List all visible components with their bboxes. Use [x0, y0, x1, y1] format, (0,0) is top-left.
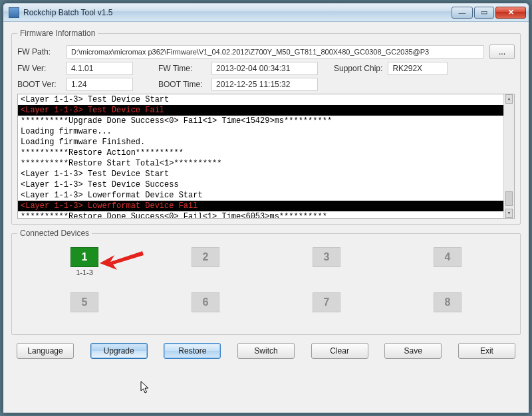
device-label: 1-1-3 [76, 268, 93, 276]
log-line: Loading firmware Finished. [18, 137, 514, 148]
log-scrollbar[interactable]: ▴ ▾ [503, 94, 514, 218]
device-slot[interactable]: 6 [152, 292, 259, 335]
exit-button[interactable]: Exit [458, 343, 515, 359]
clear-button[interactable]: Clear [311, 343, 368, 359]
device-slot[interactable]: 7 [273, 292, 380, 335]
switch-button[interactable]: Switch [237, 343, 295, 359]
save-button[interactable]: Save [384, 343, 442, 359]
scroll-up-icon[interactable]: ▴ [505, 94, 513, 104]
firmware-info-group: Firmware Information FW Path: D:\microma… [11, 29, 521, 225]
log-line: **********Restore Done Success<0> Fail<1… [18, 211, 514, 219]
device-box[interactable]: 7 [313, 292, 340, 312]
support-chip-label: Support Chip: [334, 64, 382, 73]
device-slot[interactable]: 8 [394, 292, 501, 335]
log-line: **********Restore Start Total<1>********… [18, 158, 514, 169]
fw-path-label: FW Path: [17, 47, 61, 56]
window-title: Rockchip Batch Tool v1.5 [23, 8, 113, 17]
device-slot[interactable]: 4 [394, 247, 501, 290]
titlebar[interactable]: Rockchip Batch Tool v1.5 — ▭ ✕ [3, 3, 529, 22]
fw-time-label: FW Time: [158, 64, 206, 73]
fw-path-field[interactable]: D:\micromax\micromax p362\Firmware\V1_04… [66, 45, 484, 58]
log-panel[interactable]: <Layer 1-1-3> Test Device Start<Layer 1-… [17, 94, 515, 219]
browse-label: ... [499, 47, 505, 56]
log-line: <Layer 1-1-3> Lowerformat Device Start [18, 190, 514, 201]
log-line: <Layer 1-1-3> Test Device Start [18, 94, 514, 105]
device-box[interactable]: 3 [313, 247, 340, 267]
connected-devices-legend: Connected Devices [17, 229, 92, 238]
fw-time-field: 2013-02-04 00:34:31 [211, 62, 318, 75]
close-icon: ✕ [508, 8, 514, 17]
device-box[interactable]: 5 [70, 292, 98, 312]
support-chip-field: RK292X [388, 62, 448, 75]
device-box[interactable]: 2 [192, 247, 219, 267]
log-line: Loading firmware... [18, 126, 514, 137]
device-box[interactable]: 4 [434, 247, 462, 267]
device-box[interactable]: 1 [70, 247, 98, 267]
log-line: <Layer 1-1-3> Lowerformat Device Fail [18, 201, 514, 211]
restore-button[interactable]: Restore [164, 343, 221, 359]
connected-devices-group: Connected Devices 11-1-32345678 [11, 229, 521, 335]
log-line: **********Upgrade Done Success<0> Fail<1… [18, 116, 514, 126]
close-button[interactable]: ✕ [495, 7, 526, 19]
upgrade-button[interactable]: Upgrade [90, 343, 148, 359]
client-area: Firmware Information FW Path: D:\microma… [3, 22, 529, 364]
boot-time-label: BOOT Time: [158, 80, 206, 89]
boot-time-field: 2012-12-25 11:15:32 [211, 78, 318, 91]
fw-ver-field: 4.1.01 [66, 62, 133, 75]
boot-ver-field: 1.24 [66, 78, 133, 91]
app-window: Rockchip Batch Tool v1.5 — ▭ ✕ Firmware … [3, 3, 529, 413]
scroll-down-icon[interactable]: ▾ [505, 209, 513, 218]
log-line: **********Restore Action********** [18, 148, 514, 158]
log-line: <Layer 1-1-3> Test Device Success [18, 179, 514, 190]
device-slot[interactable]: 5 [31, 292, 138, 335]
fw-ver-label: FW Ver: [17, 64, 61, 73]
browse-button[interactable]: ... [489, 45, 515, 59]
device-slot[interactable]: 2 [152, 247, 259, 290]
firmware-info-legend: Firmware Information [17, 29, 98, 38]
minimize-button[interactable]: — [452, 7, 473, 19]
boot-ver-label: BOOT Ver: [17, 80, 61, 89]
device-box[interactable]: 8 [434, 292, 462, 312]
log-line: <Layer 1-1-3> Test Device Fail [18, 105, 514, 116]
cursor-icon [140, 381, 151, 394]
maximize-button[interactable]: ▭ [474, 7, 494, 19]
device-box[interactable]: 6 [192, 292, 219, 312]
minimize-icon: — [459, 9, 466, 17]
button-bar: Language Upgrade Restore Switch Clear Sa… [11, 339, 521, 359]
language-button[interactable]: Language [17, 343, 74, 359]
app-icon [9, 7, 19, 18]
scroll-thumb[interactable] [505, 191, 513, 206]
log-line: <Layer 1-1-3> Test Device Start [18, 169, 514, 179]
device-slot[interactable]: 3 [273, 247, 380, 290]
arrow-annotation-icon [98, 247, 145, 271]
maximize-icon: ▭ [481, 8, 487, 17]
